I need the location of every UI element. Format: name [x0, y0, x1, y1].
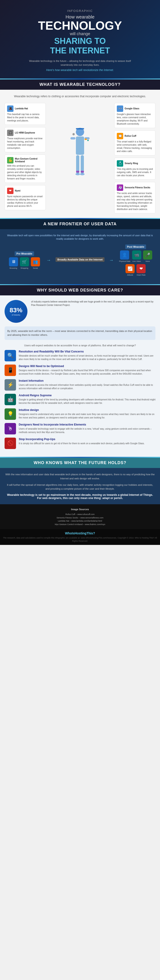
frontier-post-label: Post Wearable: [125, 245, 146, 249]
svg-rect-12: [76, 171, 79, 173]
tech-item-lg-hrm-header: 🎧 LG HRM Earphone: [7, 130, 43, 136]
designs-desc: Designs need to fit the device – researc…: [19, 369, 155, 375]
sensoria-title: Sensoria Fitness Socks: [125, 186, 150, 189]
tech-item-myo: 💪 Myo Gesture Control Armband With this …: [5, 154, 46, 183]
lg-hrm-title: LG HRM Earphone: [15, 132, 35, 134]
what-is-header: What Is Wearable Technology?: [0, 80, 160, 90]
frontier-description: Wearable tech will open new possibilitie…: [5, 234, 155, 241]
browsing-label: Browsing: [10, 267, 17, 269]
google-glass-desc: Google's glasses have interactive lens, …: [117, 113, 153, 126]
frontier-icon-social: 👥 Social: [31, 257, 40, 269]
android-icon: 🤖: [5, 394, 16, 405]
frontier-icon-voice: 🎤 Voice: [143, 250, 152, 262]
google-glass-title: Google Glass: [125, 107, 139, 110]
designs-title: Designs Will Need to be Optimised: [19, 364, 155, 368]
interactive-content: Designers Need to Incorporate Interactiv…: [19, 423, 155, 434]
frontier-icon-altitude: 📈 Altitude: [125, 264, 134, 276]
frontier-post-col: Post Wearable 👤 Physical Data 📹 Live Vid…: [116, 245, 155, 276]
designs-icon: 📱: [5, 364, 16, 376]
rufus-cuff-title: Rufus Cuff: [125, 135, 136, 137]
stat-percent: 83%: [10, 307, 22, 314]
footer-copyright: The research, data and calculations used…: [2, 536, 158, 542]
frontier-pre-icons: 🖥 Browsing 🛒 Shopping 👥 Social: [5, 257, 44, 269]
smarty-ring-title: Smarty Ring: [125, 162, 138, 165]
voice-label: Voice: [146, 260, 150, 262]
what-is-section: Wearable technology refers to clothing o…: [0, 90, 160, 218]
designs-content: Designs Will Need to be Optimised Design…: [19, 364, 155, 375]
frontier-icon-heart: ❤ Heart Rate: [136, 264, 146, 276]
instant-content: Instant Information Users will need to a…: [19, 379, 155, 390]
tech-item-nymi-header: ❤ Nymi: [7, 188, 43, 194]
stat-label: of industry: [12, 314, 20, 316]
sources-section: Image Sources Rufus Cuff – www.rufuscuff…: [0, 504, 160, 529]
frontier-pre-label: Pre Wearable: [14, 251, 34, 256]
interactive-icon: 🖱: [5, 423, 16, 434]
frontier-icon-physical: 👤 Physical Data: [119, 250, 130, 262]
resolution-title: Resolution and Readability Will Be Vital…: [19, 350, 155, 353]
intuitive-desc: Designers need to understand why users a…: [19, 412, 155, 419]
change-item-android: 🤖 Android Reigns Supreme Google is getti…: [5, 394, 155, 405]
myo-icon: 💪: [7, 157, 13, 164]
frontier-section: Wearable tech will open new possibilitie…: [0, 229, 160, 284]
altitude-label: Altitude: [127, 274, 133, 276]
svg-rect-13: [81, 171, 84, 173]
tech-center-figure: [48, 103, 112, 213]
instant-title: Instant Information: [19, 379, 155, 382]
frontier-header: A New Frontier of User Data: [0, 219, 160, 229]
popups-desc: It is simply too difficult for users to …: [19, 442, 155, 445]
android-title: Android Reigns Supreme: [19, 394, 155, 397]
popups-icon: 🚫: [5, 438, 16, 449]
change-intro: Users will expect websites to be accessi…: [5, 344, 155, 347]
svg-point-6: [75, 173, 80, 175]
social-label: Social: [33, 267, 38, 269]
tech-left-column: 🎩 Lambda Hat This baseball cap has a cam…: [5, 103, 46, 213]
stat-text-2: By 2025, wearable tech will be the norm …: [5, 326, 155, 340]
tech-item-rufus-cuff-header: ⌚ Rufus Cuff: [117, 133, 153, 139]
stat-circle-83: 83% of industry: [5, 300, 27, 323]
hero-line5: THE INTERNET: [5, 46, 155, 56]
tech-item-myo-header: 💪 Myo Gesture Control Armband: [7, 157, 43, 164]
heart-rate-icon: ❤: [136, 264, 146, 273]
browsing-icon: 🖥: [9, 257, 18, 266]
social-icon: 👥: [31, 257, 40, 266]
tech-grid: 🎩 Lambda Hat This baseball cap has a cam…: [5, 103, 155, 213]
frontier-arrow: →: [44, 258, 53, 263]
resolution-content: Resolution and Readability Will Be Vital…: [19, 350, 155, 361]
what-is-intro: Wearable technology refers to clothing o…: [5, 94, 155, 99]
human-figure-svg: [69, 126, 91, 190]
frontier-icon-shopping: 🛒 Shopping: [20, 257, 29, 269]
lambda-hat-title: Lambda Hat: [15, 107, 28, 110]
source-item-1: Sensoria Fitness Socks – www.sensoriafit…: [5, 516, 155, 519]
source-item-3: Myo Gesture Control Armband – www.thalmi…: [5, 523, 155, 526]
svg-point-7: [80, 173, 85, 175]
popups-content: Stop Incorporating Pop-Ups It is simply …: [19, 438, 155, 445]
care-stats-row: 83% of industry of industry experts beli…: [5, 300, 155, 323]
care-header: Why Should Web Designers Care?: [0, 285, 160, 295]
change-item-instant: ⚡ Instant Information Users will need to…: [5, 379, 155, 391]
rufus-cuff-icon: ⌚: [117, 133, 123, 139]
shopping-label: Shopping: [21, 267, 28, 269]
popups-title: Stop Incorporating Pop-Ups: [19, 438, 155, 441]
svg-point-9: [72, 133, 75, 135]
sources-title: Image Sources: [5, 508, 155, 512]
sensoria-icon: 🧦: [117, 185, 123, 191]
instant-desc: Users will need to access the relevant i…: [19, 383, 155, 390]
heart-rate-label: Heart Rate: [137, 274, 146, 276]
nymi-desc: Nymi replaces passwords on smart devices…: [7, 195, 43, 208]
instant-icon: ⚡: [5, 379, 16, 391]
frontier-icon-video: 📹 Live Video: [132, 250, 141, 262]
frontier-arrow-2: →: [107, 258, 116, 263]
interactive-desc: Users of wearable technology want to eng…: [19, 427, 155, 434]
rufus-cuff-desc: This smart watch is a fully-fledged wris…: [117, 140, 153, 153]
svg-rect-8: [76, 128, 84, 129]
svg-rect-10: [85, 138, 87, 140]
nymi-title: Nymi: [15, 189, 20, 192]
stat-text-1: of industry experts believe wearable tec…: [31, 300, 155, 323]
interactive-title: Designers Need to Incorporate Interactiv…: [19, 423, 155, 426]
change-item-interactive: 🖱 Designers Need to Incorporate Interact…: [5, 423, 155, 434]
change-item-resolution: 🔍 Resolution and Readability Will Be Vit…: [5, 350, 155, 361]
live-video-label: Live Video: [132, 260, 141, 262]
change-item-designs: 📱 Designs Will Need to be Optimised Desi…: [5, 364, 155, 376]
sensoria-desc: The socks and ankle sensor tracks steps,…: [117, 192, 153, 211]
svg-point-11: [87, 140, 89, 141]
